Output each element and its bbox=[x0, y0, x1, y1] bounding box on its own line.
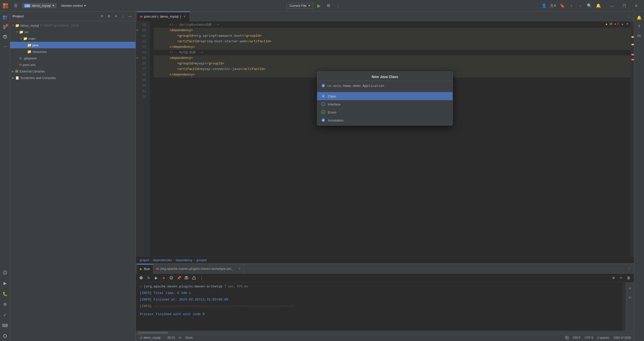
tree-root[interactable]: ▼ 📁 demo_mysql E:\IdeaProjects\demo_mysq… bbox=[10, 22, 136, 29]
bottom-tab-maven[interactable]: m [org.apache.maven.plugins:maven-archet… bbox=[153, 264, 244, 274]
warning-nav-down[interactable]: ▼ bbox=[626, 22, 629, 26]
resume-btn[interactable]: ▶ bbox=[153, 275, 159, 281]
dialog-item-annotation[interactable]: @ Annotation bbox=[317, 116, 453, 124]
panel-minimize-btn[interactable]: — bbox=[127, 13, 133, 19]
sidebar-todo-icon[interactable]: ✓ bbox=[1, 311, 9, 319]
push-button[interactable]: ↑ bbox=[568, 2, 575, 10]
search-button[interactable]: 🔍 bbox=[586, 2, 593, 10]
breadcrumb-project[interactable]: project bbox=[140, 258, 149, 262]
status-encoding[interactable]: UTF-8 bbox=[584, 335, 594, 340]
panel-cog-btn[interactable]: ⚙ bbox=[106, 13, 112, 19]
bookmark-button[interactable]: 🔖 bbox=[558, 2, 566, 10]
dialog-title: New Java Class bbox=[317, 72, 453, 81]
info-line-1: [INFO] Total time: 6.349 s bbox=[140, 290, 618, 296]
vcs-dropdown[interactable]: Version control ▼ bbox=[59, 3, 88, 8]
tree-pom[interactable]: ▶ m pom.xml bbox=[10, 61, 136, 68]
maven-tab-close[interactable]: ✕ bbox=[238, 267, 241, 270]
tree-java[interactable]: ▶ 📁 java bbox=[10, 42, 136, 48]
status-indent[interactable]: 2 spaces bbox=[596, 335, 610, 340]
user-button[interactable]: 👤 bbox=[540, 2, 548, 10]
code-23-indent bbox=[154, 44, 169, 50]
panel-sync-btn[interactable]: ⟳ bbox=[99, 13, 105, 19]
code-22-open: < bbox=[177, 39, 179, 44]
run-config-selector[interactable]: Current File ▼ bbox=[287, 3, 313, 9]
bottom-content-area: ✓ [org.apache.maven.plugins:maven-archet… bbox=[136, 282, 634, 331]
bottom-panel-more[interactable]: ⋮ bbox=[626, 266, 632, 272]
sidebar-problems-icon[interactable] bbox=[1, 269, 9, 277]
editor-scrollbar[interactable] bbox=[630, 21, 634, 256]
bottom-scrollbar[interactable] bbox=[622, 282, 626, 331]
bottom-right-icon-2[interactable]: ≡↑ bbox=[626, 293, 634, 301]
dialog-item-interface[interactable]: I Interface bbox=[317, 100, 453, 108]
breadcrumb-sep-2: › bbox=[173, 258, 174, 262]
status-line-sep[interactable]: CRLF bbox=[572, 335, 582, 340]
tree-main[interactable]: ▼ 📁 main bbox=[10, 35, 136, 42]
status-cursor[interactable]: 26:15 bbox=[166, 335, 176, 340]
right-tool-m[interactable]: m bbox=[635, 32, 643, 40]
bottom-right-icon-1[interactable]: ≡ bbox=[626, 284, 634, 292]
status-bar: ⎇ demo_mysql | 26:15 ⟳ Done bbox=[136, 334, 634, 341]
project-dropdown[interactable]: DM demo_mysql ▼ bbox=[22, 3, 57, 8]
breadcrumb-dependency[interactable]: dependency bbox=[176, 258, 192, 262]
sidebar-maven-icon[interactable] bbox=[1, 33, 9, 41]
warning-nav-up[interactable]: ▲ bbox=[621, 22, 624, 26]
panel-close-btn[interactable]: ✕ bbox=[113, 13, 119, 19]
scroll-to-end-btn[interactable] bbox=[610, 275, 617, 281]
panel-more-btn[interactable]: ⋮ bbox=[120, 13, 126, 19]
run-button[interactable]: ▶ bbox=[315, 2, 323, 10]
breadcrumb-groupid[interactable]: groupId bbox=[196, 258, 207, 262]
translate-button[interactable]: 文A bbox=[549, 2, 557, 10]
sidebar-terminal-icon[interactable]: ⌨ bbox=[1, 321, 9, 329]
rerun-btn[interactable] bbox=[138, 275, 144, 281]
bottom-h-scrollbar[interactable] bbox=[136, 331, 634, 334]
svg-rect-6 bbox=[3, 18, 5, 20]
close-button[interactable]: ✕ bbox=[630, 2, 642, 10]
notifications-button[interactable]: 🔔 bbox=[595, 2, 602, 10]
main-folder-icon: 📁 bbox=[23, 36, 27, 41]
tree-external-libs[interactable]: ▶ 🏛 External Libraries bbox=[10, 68, 136, 74]
dialog-item-class[interactable]: C Class bbox=[317, 92, 453, 100]
breadcrumb-dependencies[interactable]: dependencies bbox=[153, 258, 172, 262]
sidebar-more-icon[interactable]: ⋯ bbox=[1, 42, 9, 50]
clear-output-btn[interactable]: 🗑 bbox=[625, 275, 632, 281]
sidebar-debug-icon[interactable]: 🐛 bbox=[1, 290, 9, 298]
stop-btn[interactable]: ■ bbox=[160, 275, 167, 281]
dialog-class-input[interactable] bbox=[327, 84, 449, 88]
more-actions-btn[interactable]: ⋮ bbox=[198, 275, 205, 281]
restore-button[interactable]: ❐ bbox=[618, 2, 630, 10]
tree-scratches[interactable]: ▶ 📋 Scratches and Consoles bbox=[10, 74, 136, 81]
right-tool-help[interactable]: ? bbox=[635, 23, 643, 31]
status-branch[interactable]: ⎇ demo_mysql bbox=[138, 335, 162, 340]
tree-resources[interactable]: ▶ 📁 resources bbox=[10, 48, 136, 55]
sidebar-vcs-icon[interactable]: ! bbox=[1, 23, 9, 31]
minimize-button[interactable]: — bbox=[606, 2, 618, 10]
sidebar-project-icon[interactable] bbox=[1, 14, 9, 22]
scroll-up-btn[interactable] bbox=[618, 275, 624, 281]
pin-btn[interactable]: 📌 bbox=[176, 275, 182, 281]
tree-gitignore[interactable]: ▶ ⊘ .gitignore bbox=[10, 55, 136, 61]
editor-area[interactable]: 19 ⊕ 20 21 22 23 24 ⊕ 25 26 27 28 bbox=[136, 21, 634, 256]
bottom-tab-run[interactable]: ▶ Run bbox=[137, 264, 153, 274]
status-sync[interactable]: ⟳ bbox=[178, 335, 182, 340]
pom-tab-close[interactable]: ✕ bbox=[183, 15, 187, 19]
screenshot-btn[interactable] bbox=[183, 275, 190, 281]
settings-button[interactable]: ⚙ bbox=[325, 2, 332, 10]
hamburger-menu[interactable]: ☰ bbox=[12, 2, 20, 10]
coverage-btn[interactable] bbox=[168, 275, 175, 281]
dialog-item-enum[interactable]: E Enum bbox=[317, 108, 453, 116]
pull-button[interactable]: ↓ bbox=[577, 2, 584, 10]
more-button[interactable]: ⋮ bbox=[334, 2, 342, 10]
right-tool-notifications[interactable]: 🔔 bbox=[635, 14, 643, 22]
rerun-failed-btn[interactable]: ↻ bbox=[145, 275, 152, 281]
tree-src[interactable]: ▼ 📁 src bbox=[10, 29, 136, 35]
share-btn[interactable] bbox=[191, 275, 197, 281]
sidebar-run-icon[interactable]: ▶ bbox=[1, 279, 9, 287]
status-col-count[interactable]: 1482 of 3200 bbox=[612, 335, 632, 340]
code-editor[interactable]: <!-- SpringBootWeb依赖 --> <dependency> < … bbox=[150, 21, 630, 256]
scroll-marker-error-2 bbox=[631, 59, 634, 60]
sidebar-git-icon[interactable] bbox=[1, 332, 9, 340]
editor-tab-pom[interactable]: m pom.xml (demo_mysql) ✕ bbox=[137, 12, 190, 21]
status-git-icon[interactable] bbox=[564, 335, 570, 340]
sidebar-services-icon[interactable]: ⚙ bbox=[1, 300, 9, 308]
tab-action-recent[interactable]: ⋮ bbox=[626, 13, 632, 19]
